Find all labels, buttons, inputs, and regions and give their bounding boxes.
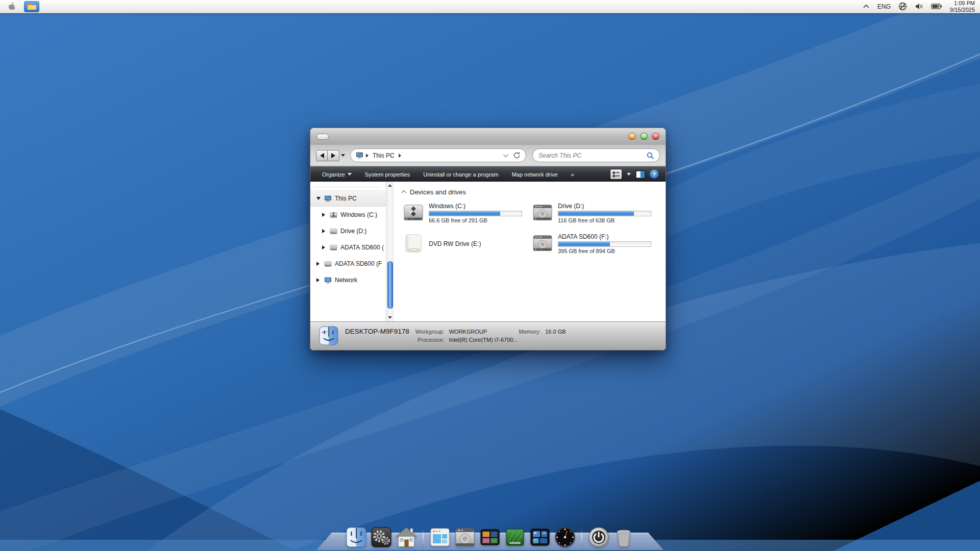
photos-icon [479, 526, 501, 548]
map-network-drive-button[interactable]: Map network drive [505, 167, 565, 182]
chevron-up-icon[interactable] [863, 4, 870, 9]
dock-item-desktop[interactable] [504, 526, 526, 548]
address-dropdown-icon[interactable] [503, 152, 508, 157]
language-indicator[interactable]: ENG [877, 3, 891, 10]
minimize-button[interactable] [628, 133, 636, 140]
battery-icon[interactable] [931, 3, 942, 10]
dock-item-power[interactable] [587, 526, 610, 548]
sidebar-label: ADATA SD600 (F [335, 260, 382, 267]
history-dropdown-icon[interactable] [341, 154, 345, 157]
search-input[interactable] [538, 152, 647, 159]
back-button[interactable] [316, 150, 328, 161]
this-pc-icon [324, 195, 332, 202]
preview-pane-icon[interactable] [635, 170, 645, 179]
drive-usage-fill [558, 211, 634, 216]
this-pc-icon [356, 152, 363, 159]
search-icon[interactable] [647, 152, 654, 159]
network-globe-icon[interactable] [898, 2, 907, 11]
sidebar-item-drive-d[interactable]: Drive (D:) [310, 223, 386, 239]
dock-item-hard-drive[interactable] [454, 526, 476, 548]
close-button[interactable] [652, 133, 659, 140]
dock-item-photos[interactable] [479, 526, 501, 548]
sidebar-item-adata-sd600-f[interactable]: ADATA SD600 (F [310, 256, 386, 272]
file-explorer-menubar-button[interactable] [24, 1, 39, 12]
search-box[interactable] [532, 148, 660, 162]
change-view-button[interactable] [610, 169, 622, 180]
sidebar-label: Network [335, 277, 357, 284]
workgroup-label: Workgroup: [415, 329, 445, 335]
zoom-button[interactable] [640, 133, 648, 140]
expander-collapsed-icon[interactable] [322, 245, 325, 249]
dock-item-trash[interactable] [612, 526, 635, 548]
view-dropdown-icon[interactable] [627, 173, 631, 176]
refresh-icon[interactable] [513, 152, 521, 159]
sidebar-item-adata-sd600-child[interactable]: ADATA SD600 ( [310, 239, 386, 256]
expander-collapsed-icon[interactable] [322, 229, 325, 233]
drive-capacity: 116 GB free of 638 GB [558, 217, 651, 223]
drive-item-adata-f[interactable]: ADATA SD600 (F:) 395 GB free of 894 GB [532, 232, 661, 256]
forward-icon [331, 153, 335, 158]
apple-menu[interactable] [8, 2, 16, 11]
dock-item-browser[interactable] [429, 526, 451, 548]
processor-value: Intel(R) Core(TM) i7-6700... [449, 337, 566, 343]
tree-scrollbar[interactable] [386, 182, 394, 321]
drive-name: Windows (C:) [429, 203, 522, 210]
breadcrumb-separator-icon[interactable] [399, 154, 401, 158]
system-properties-button[interactable]: System properties [358, 167, 417, 182]
sidebar-item-this-pc[interactable]: This PC [310, 190, 386, 207]
sidebar-item-network[interactable]: Network [310, 272, 386, 288]
more-commands-button[interactable]: » [565, 167, 581, 182]
scrollbar-thumb[interactable] [387, 261, 393, 309]
workgroup-value: WORKGROUP [449, 329, 514, 335]
power-icon [587, 526, 610, 548]
forward-button[interactable] [328, 150, 339, 161]
dock-item-gauge[interactable] [554, 526, 576, 548]
uninstall-program-button[interactable]: Uninstall or change a program [416, 167, 505, 182]
expander-collapsed-icon[interactable] [316, 262, 320, 266]
dock-separator [423, 529, 424, 547]
drive-item-dvd-e[interactable]: DVD RW Drive (E:) [403, 232, 532, 256]
processor-label: Processor: [418, 337, 445, 343]
dock-item-finder[interactable] [345, 526, 368, 548]
sidebar-item-windows-c[interactable]: Windows (C:) [310, 207, 386, 223]
address-bar[interactable]: This PC [350, 148, 526, 162]
volume-icon[interactable] [915, 3, 923, 10]
hdd-icon [532, 203, 553, 224]
expander-collapsed-icon[interactable] [322, 213, 325, 217]
dock-separator [581, 529, 582, 547]
breadcrumb-this-pc[interactable]: This PC [373, 152, 395, 159]
dock-item-home[interactable] [395, 526, 418, 548]
file-explorer-icon [27, 3, 37, 10]
finder-icon [345, 526, 368, 548]
drive-name: ADATA SD600 (F:) [558, 233, 651, 240]
drive-item-windows-c[interactable]: Windows (C:) 66.6 GB free of 291 GB [403, 201, 532, 225]
clock[interactable]: 1:09 PM 9/15/2025 [950, 0, 975, 13]
drive-item-d[interactable]: Drive (D:) 116 GB free of 638 GB [532, 201, 661, 225]
system-preferences-icon [370, 526, 393, 548]
dock-item-system-preferences[interactable] [370, 526, 393, 548]
toolbar-toggle-button[interactable] [316, 134, 329, 140]
expander-collapsed-icon[interactable] [316, 278, 320, 282]
scroll-up-button[interactable] [386, 182, 394, 189]
scroll-down-button[interactable] [386, 314, 394, 321]
dock-item-widgets[interactable] [529, 526, 551, 548]
help-button[interactable]: ? [650, 170, 658, 179]
expander-expanded-icon[interactable] [316, 197, 321, 200]
desktop-icon [504, 526, 526, 548]
titlebar[interactable] [310, 128, 666, 145]
group-header-label: Devices and drives [410, 188, 466, 196]
hdd-windows-icon [403, 203, 424, 224]
drive-usage-fill [429, 211, 500, 216]
sidebar-label: ADATA SD600 ( [340, 244, 384, 251]
apple-icon [8, 2, 16, 11]
organize-menu[interactable]: Organize [315, 167, 358, 182]
organize-dropdown-icon [348, 173, 352, 176]
trash-icon [612, 526, 635, 548]
drive-usage-bar [429, 211, 522, 216]
group-header[interactable]: Devices and drives [403, 188, 662, 196]
widgets-icon [529, 526, 551, 548]
organize-label: Organize [322, 171, 345, 178]
collapse-group-icon[interactable] [401, 190, 406, 195]
home-icon [395, 526, 418, 548]
dvd-drive-icon [403, 233, 424, 255]
